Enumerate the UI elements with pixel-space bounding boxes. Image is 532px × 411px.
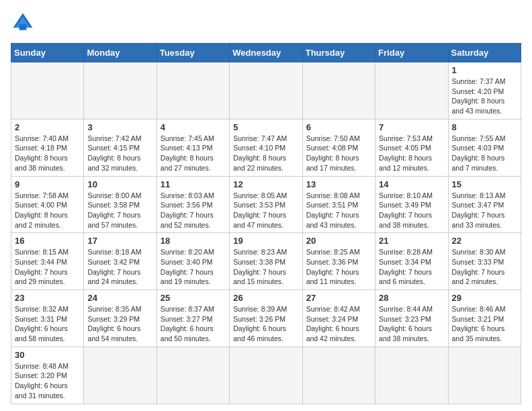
day-number: 7 <box>379 122 444 132</box>
calendar-cell: 29Sunrise: 8:46 AM Sunset: 3:21 PM Dayli… <box>448 290 521 347</box>
day-info: Sunrise: 7:37 AM Sunset: 4:20 PM Dayligh… <box>452 77 517 116</box>
calendar-cell <box>84 347 157 404</box>
day-info: Sunrise: 8:20 AM Sunset: 3:40 PM Dayligh… <box>161 247 226 287</box>
day-info: Sunrise: 7:45 AM Sunset: 4:13 PM Dayligh… <box>161 134 226 173</box>
day-info: Sunrise: 7:58 AM Sunset: 4:00 PM Dayligh… <box>15 191 80 230</box>
day-info: Sunrise: 7:53 AM Sunset: 4:05 PM Dayligh… <box>379 134 444 173</box>
day-info: Sunrise: 8:10 AM Sunset: 3:49 PM Dayligh… <box>379 191 444 230</box>
day-number: 11 <box>161 179 226 189</box>
svg-rect-2 <box>19 24 27 30</box>
day-info: Sunrise: 8:48 AM Sunset: 3:20 PM Dayligh… <box>15 361 80 401</box>
day-info: Sunrise: 8:03 AM Sunset: 3:56 PM Dayligh… <box>161 191 226 230</box>
calendar-cell: 3Sunrise: 7:42 AM Sunset: 4:15 PM Daylig… <box>84 119 157 176</box>
day-info: Sunrise: 8:23 AM Sunset: 3:38 PM Dayligh… <box>233 247 298 287</box>
weekday-header-sunday: Sunday <box>11 44 84 62</box>
calendar-cell: 15Sunrise: 8:13 AM Sunset: 3:47 PM Dayli… <box>448 176 521 233</box>
day-number: 15 <box>452 179 517 189</box>
day-number: 24 <box>87 293 152 303</box>
calendar-cell <box>302 62 375 120</box>
day-number: 16 <box>15 236 80 246</box>
day-info: Sunrise: 8:30 AM Sunset: 3:33 PM Dayligh… <box>452 247 517 287</box>
weekday-header-tuesday: Tuesday <box>157 44 229 62</box>
day-number: 26 <box>233 293 298 303</box>
logo-icon <box>11 11 35 35</box>
day-number: 4 <box>161 122 226 132</box>
day-info: Sunrise: 7:50 AM Sunset: 4:08 PM Dayligh… <box>306 134 371 173</box>
logo <box>11 11 38 35</box>
calendar-cell: 13Sunrise: 8:08 AM Sunset: 3:51 PM Dayli… <box>302 176 375 233</box>
day-info: Sunrise: 7:47 AM Sunset: 4:10 PM Dayligh… <box>233 134 298 173</box>
day-number: 17 <box>87 236 152 246</box>
day-number: 23 <box>15 293 80 303</box>
calendar-cell: 5Sunrise: 7:47 AM Sunset: 4:10 PM Daylig… <box>230 119 302 176</box>
calendar-cell: 11Sunrise: 8:03 AM Sunset: 3:56 PM Dayli… <box>157 176 229 233</box>
calendar-cell <box>375 62 448 120</box>
day-number: 19 <box>233 236 298 246</box>
day-number: 27 <box>306 293 371 303</box>
day-number: 14 <box>379 179 444 189</box>
calendar-cell: 6Sunrise: 7:50 AM Sunset: 4:08 PM Daylig… <box>302 119 375 176</box>
calendar-cell: 23Sunrise: 8:32 AM Sunset: 3:31 PM Dayli… <box>11 290 84 347</box>
day-number: 25 <box>161 293 226 303</box>
calendar-cell: 26Sunrise: 8:39 AM Sunset: 3:26 PM Dayli… <box>230 290 302 347</box>
calendar-cell <box>11 62 84 120</box>
calendar-cell: 1Sunrise: 7:37 AM Sunset: 4:20 PM Daylig… <box>448 62 521 120</box>
day-number: 21 <box>379 236 444 246</box>
calendar-cell <box>157 62 229 120</box>
weekday-header-friday: Friday <box>375 44 448 62</box>
day-number: 3 <box>87 122 152 132</box>
day-info: Sunrise: 8:37 AM Sunset: 3:27 PM Dayligh… <box>161 304 226 344</box>
calendar-cell: 27Sunrise: 8:42 AM Sunset: 3:24 PM Dayli… <box>302 290 375 347</box>
day-number: 30 <box>15 350 80 360</box>
calendar-cell <box>230 62 302 120</box>
day-number: 12 <box>233 179 298 189</box>
calendar-cell <box>302 347 375 404</box>
day-number: 6 <box>306 122 371 132</box>
day-info: Sunrise: 8:15 AM Sunset: 3:44 PM Dayligh… <box>15 247 80 287</box>
calendar-cell: 21Sunrise: 8:28 AM Sunset: 3:34 PM Dayli… <box>375 233 448 290</box>
day-info: Sunrise: 7:42 AM Sunset: 4:15 PM Dayligh… <box>87 134 152 173</box>
weekday-header-thursday: Thursday <box>302 44 375 62</box>
calendar-cell <box>375 347 448 404</box>
calendar-cell: 10Sunrise: 8:00 AM Sunset: 3:58 PM Dayli… <box>84 176 157 233</box>
day-info: Sunrise: 8:44 AM Sunset: 3:23 PM Dayligh… <box>379 304 444 344</box>
day-info: Sunrise: 8:00 AM Sunset: 3:58 PM Dayligh… <box>87 191 152 230</box>
calendar-cell: 30Sunrise: 8:48 AM Sunset: 3:20 PM Dayli… <box>11 347 84 404</box>
calendar-cell: 16Sunrise: 8:15 AM Sunset: 3:44 PM Dayli… <box>11 233 84 290</box>
day-info: Sunrise: 8:39 AM Sunset: 3:26 PM Dayligh… <box>233 304 298 344</box>
calendar-cell <box>157 347 229 404</box>
calendar-cell <box>448 347 521 404</box>
calendar-cell: 12Sunrise: 8:05 AM Sunset: 3:53 PM Dayli… <box>230 176 302 233</box>
day-info: Sunrise: 8:18 AM Sunset: 3:42 PM Dayligh… <box>87 247 152 287</box>
calendar-cell <box>84 62 157 120</box>
day-info: Sunrise: 8:46 AM Sunset: 3:21 PM Dayligh… <box>452 304 517 344</box>
day-number: 29 <box>452 293 517 303</box>
day-number: 13 <box>306 179 371 189</box>
calendar-cell: 22Sunrise: 8:30 AM Sunset: 3:33 PM Dayli… <box>448 233 521 290</box>
calendar-cell: 20Sunrise: 8:25 AM Sunset: 3:36 PM Dayli… <box>302 233 375 290</box>
calendar-cell: 28Sunrise: 8:44 AM Sunset: 3:23 PM Dayli… <box>375 290 448 347</box>
day-info: Sunrise: 7:55 AM Sunset: 4:03 PM Dayligh… <box>452 134 517 173</box>
weekday-header-wednesday: Wednesday <box>230 44 302 62</box>
day-number: 18 <box>161 236 226 246</box>
day-number: 8 <box>452 122 517 132</box>
day-number: 10 <box>87 179 152 189</box>
calendar-cell: 19Sunrise: 8:23 AM Sunset: 3:38 PM Dayli… <box>230 233 302 290</box>
day-info: Sunrise: 8:28 AM Sunset: 3:34 PM Dayligh… <box>379 247 444 287</box>
day-info: Sunrise: 8:05 AM Sunset: 3:53 PM Dayligh… <box>233 191 298 230</box>
calendar-cell: 4Sunrise: 7:45 AM Sunset: 4:13 PM Daylig… <box>157 119 229 176</box>
day-info: Sunrise: 8:25 AM Sunset: 3:36 PM Dayligh… <box>306 247 371 287</box>
calendar-cell: 25Sunrise: 8:37 AM Sunset: 3:27 PM Dayli… <box>157 290 229 347</box>
calendar-cell: 2Sunrise: 7:40 AM Sunset: 4:18 PM Daylig… <box>11 119 84 176</box>
day-number: 9 <box>15 179 80 189</box>
day-info: Sunrise: 8:35 AM Sunset: 3:29 PM Dayligh… <box>87 304 152 344</box>
day-number: 5 <box>233 122 298 132</box>
calendar-cell: 18Sunrise: 8:20 AM Sunset: 3:40 PM Dayli… <box>157 233 229 290</box>
day-number: 28 <box>379 293 444 303</box>
calendar-cell <box>230 347 302 404</box>
day-info: Sunrise: 8:13 AM Sunset: 3:47 PM Dayligh… <box>452 191 517 230</box>
day-number: 2 <box>15 122 80 132</box>
day-number: 22 <box>452 236 517 246</box>
weekday-header-monday: Monday <box>84 44 157 62</box>
day-info: Sunrise: 8:32 AM Sunset: 3:31 PM Dayligh… <box>15 304 80 344</box>
